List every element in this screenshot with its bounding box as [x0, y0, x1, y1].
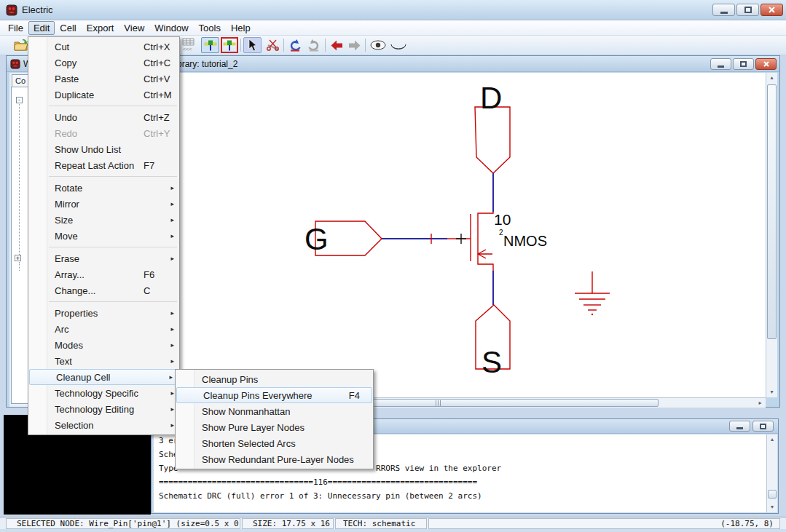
minimize-button[interactable]	[712, 4, 735, 16]
menu-item-undo[interactable]: UndoCtrl+Z	[28, 109, 179, 125]
nmos-transistor	[447, 212, 493, 271]
menu-item-show-undo-list[interactable]: Show Undo List	[28, 141, 179, 157]
menu-item-properties[interactable]: Properties▸	[28, 305, 179, 321]
menu-file[interactable]: File	[3, 21, 28, 35]
pin-mode-button-outlined[interactable]	[221, 37, 238, 53]
menu-item-repeat-last-action[interactable]: Repeat Last ActionF7	[28, 157, 179, 173]
gate-label: G	[304, 222, 329, 256]
menu-item-modes[interactable]: Modes▸	[28, 337, 179, 353]
transistor-type-label: NMOS	[503, 233, 547, 249]
status-selected-node: SELECTED NODE: Wire_Pin['pin@1'] (size=0…	[6, 518, 240, 529]
redo-icon	[307, 39, 321, 52]
scroll-down-icon[interactable]: ▾	[766, 387, 777, 397]
menu-view[interactable]: View	[119, 21, 149, 35]
submenu-arrow-icon: ▸	[170, 232, 174, 239]
go-forward-button[interactable]	[346, 37, 363, 53]
menu-help[interactable]: Help	[226, 21, 256, 35]
maximize-icon	[740, 61, 747, 67]
tree-expand-toggle[interactable]: +	[15, 255, 21, 261]
menu-item-cleanup-pins-everywhere[interactable]: Cleanup Pins EverywhereF4	[176, 387, 372, 403]
menu-item-mirror[interactable]: Mirror▸	[28, 196, 179, 212]
menu-cell[interactable]: Cell	[55, 21, 81, 35]
menu-item-show-redundant-pure-layer-nodes[interactable]: Show Redundant Pure-Layer Nodes	[176, 451, 373, 467]
electric-window-icon	[10, 59, 20, 69]
edit-window-minimize-button[interactable]	[710, 58, 731, 70]
toggle-visibility-button[interactable]	[369, 37, 388, 53]
minimize-icon	[736, 427, 743, 429]
scroll-right-icon[interactable]: ▸	[755, 398, 766, 408]
cursor-arrow-icon	[247, 39, 258, 52]
undo-button[interactable]	[286, 37, 304, 53]
menu-item-arc[interactable]: Arc▸	[28, 321, 179, 337]
schematic-canvas[interactable]: D 10 2 NMOS	[80, 73, 766, 397]
vertical-scroll-thumb[interactable]	[767, 84, 777, 339]
schematic-svg: D 10 2 NMOS	[80, 73, 766, 397]
menu-item-show-pure-layer-nodes[interactable]: Show Pure Layer Nodes	[176, 419, 373, 435]
grid-toggle-button[interactable]: <<<	[178, 37, 200, 53]
submenu-arrow-icon: ▸	[170, 389, 174, 397]
menu-item-array[interactable]: Array...F6	[28, 266, 179, 282]
edit-window-maximize-button[interactable]	[733, 58, 754, 70]
window-bottom-edge	[0, 529, 786, 532]
maximize-button[interactable]	[736, 4, 759, 16]
electric-app-icon	[6, 4, 17, 16]
toolbar-separator	[365, 39, 366, 52]
svg-text:<<<: <<<	[183, 47, 192, 52]
menu-item-change[interactable]: Change...C	[28, 282, 179, 298]
export-pin-drain	[475, 107, 510, 173]
pin-mode-button-active[interactable]	[201, 37, 219, 53]
messages-scrollbar[interactable]: ▴ ▾	[766, 434, 777, 512]
toggle-invisibility-button[interactable]	[389, 37, 408, 53]
undo-icon	[288, 39, 302, 52]
menu-item-text[interactable]: Text▸	[28, 353, 179, 369]
menu-item-copy[interactable]: CopyCtrl+C	[28, 55, 179, 71]
menu-item-technology-editing[interactable]: Technology Editing▸	[28, 401, 179, 417]
menu-item-shorten-selected-arcs[interactable]: Shorten Selected Arcs	[176, 435, 373, 451]
menu-separator	[28, 103, 179, 109]
selected-pin-cross	[456, 234, 466, 244]
menu-export[interactable]: Export	[82, 21, 119, 35]
menu-window[interactable]: Window	[149, 21, 193, 35]
menu-item-move[interactable]: Move▸	[28, 228, 179, 244]
menu-item-erase[interactable]: Erase▸	[28, 250, 179, 266]
cleanup-cell-submenu: Cleanup Pins Cleanup Pins EverywhereF4 S…	[175, 369, 374, 469]
close-icon	[763, 61, 769, 67]
scroll-down-icon[interactable]: ▾	[767, 502, 777, 512]
messages-minimize-button[interactable]	[729, 421, 750, 432]
canvas-vertical-scrollbar[interactable]: ▴ ▾	[766, 73, 777, 397]
menu-item-paste[interactable]: PasteCtrl+V	[28, 71, 179, 87]
forward-arrow-icon	[348, 40, 361, 51]
redo-button[interactable]	[305, 37, 323, 53]
tools-button[interactable]	[264, 37, 282, 53]
scissors-wrench-icon	[266, 39, 280, 52]
menu-item-cleanup-cell[interactable]: Cleanup Cell▸	[29, 369, 178, 385]
go-back-button[interactable]	[328, 37, 345, 53]
scroll-grip-icon	[436, 400, 441, 406]
submenu-arrow-icon: ▸	[170, 325, 174, 333]
scroll-up-icon[interactable]: ▴	[767, 434, 777, 445]
menu-item-cleanup-pins[interactable]: Cleanup Pins	[176, 371, 373, 387]
menu-item-rotate[interactable]: Rotate▸	[28, 180, 179, 196]
messages-maximize-button[interactable]	[752, 421, 774, 432]
menu-item-cut[interactable]: CutCtrl+X	[28, 39, 179, 55]
menu-tools[interactable]: Tools	[194, 21, 226, 35]
log-line: Schematic DRC (full) error 1 of 3: Unnec…	[159, 491, 482, 501]
close-button[interactable]	[761, 4, 783, 16]
menu-item-size[interactable]: Size▸	[28, 212, 179, 228]
menu-edit[interactable]: Edit	[28, 21, 55, 35]
status-size: SIZE: 17.75 x 16	[242, 518, 334, 529]
menu-item-duplicate[interactable]: DuplicateCtrl+M	[28, 87, 179, 103]
menu-item-show-nonmanhattan[interactable]: Show Nonmanhattan	[176, 403, 373, 419]
submenu-arrow-icon: ▸	[170, 216, 174, 223]
edit-window-close-button[interactable]	[755, 58, 777, 70]
select-cursor-button[interactable]	[243, 37, 262, 53]
main-title-bar[interactable]: Electric	[0, 0, 786, 20]
messages-scroll-thumb[interactable]	[768, 490, 777, 499]
menu-separator	[28, 298, 179, 305]
tree-collapse-toggle[interactable]: -	[16, 97, 23, 103]
menu-item-selection[interactable]: Selection▸	[28, 417, 179, 433]
menu-item-technology-specific[interactable]: Technology Specific▸	[28, 385, 179, 401]
scroll-up-icon[interactable]: ▴	[766, 73, 777, 83]
pin-icon	[204, 39, 217, 52]
status-bar: SELECTED NODE: Wire_Pin['pin@1'] (size=0…	[0, 517, 786, 529]
